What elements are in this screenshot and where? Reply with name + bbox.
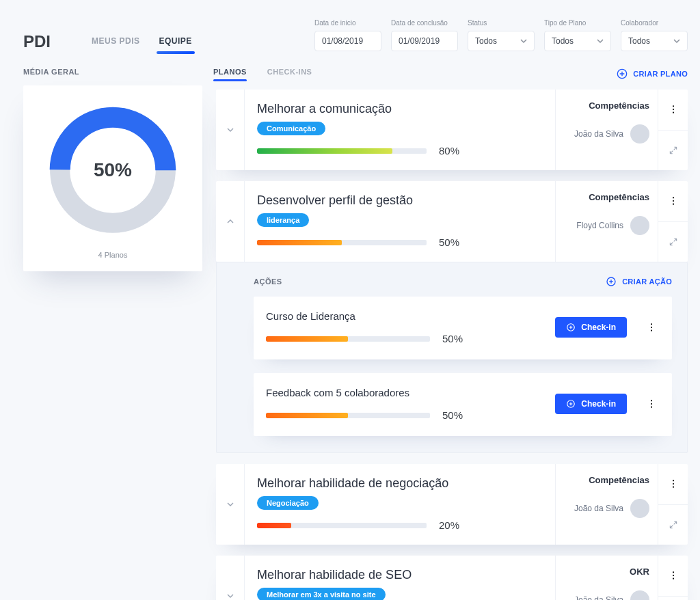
avatar: [630, 499, 649, 518]
tipo-select[interactable]: Todos: [544, 31, 611, 51]
more-button[interactable]: [658, 181, 688, 221]
donut-chart: 50%: [43, 100, 183, 240]
toggle-button[interactable]: [216, 464, 245, 545]
progress-fill: [266, 336, 348, 342]
plan-card: Melhorar a comunicação Comunicação 80% C…: [216, 90, 688, 170]
svg-point-7: [672, 200, 673, 202]
filter-start-date: Data de inicio 01/08/2019: [314, 19, 381, 51]
filter-end-date: Data de conclusão 01/09/2019: [391, 19, 458, 51]
more-button[interactable]: [643, 398, 660, 409]
create-action-label: CRIAR AÇÃO: [622, 277, 672, 286]
progress-bar: [257, 523, 427, 528]
tab-equipe[interactable]: EQUIPE: [159, 36, 192, 51]
plan-tag: Comunicação: [257, 122, 325, 135]
toggle-button[interactable]: [216, 181, 245, 262]
plan-title: Desenvolver perfil de gestão: [257, 193, 543, 208]
svg-point-8: [672, 204, 673, 205]
chevron-down-icon: [673, 38, 680, 44]
plus-circle-icon: [566, 323, 576, 332]
side-label: Competências: [589, 475, 649, 485]
create-action-button[interactable]: CRIAR AÇÃO: [606, 276, 672, 287]
svg-point-16: [651, 403, 652, 405]
svg-point-5: [672, 112, 673, 113]
progress-bar: [266, 413, 430, 418]
plan-title: Melhorar habilidade de SEO: [257, 568, 543, 582]
progress-pct: 20%: [439, 519, 459, 531]
filter-value: 01/08/2019: [322, 36, 363, 46]
actions-heading: AÇÕES: [254, 277, 282, 286]
filter-label: Colaborador: [621, 19, 688, 27]
toggle-button[interactable]: [216, 556, 245, 600]
create-plan-button[interactable]: CRIAR PLANO: [617, 68, 688, 79]
sidebar: MÉDIA GERAL 50% 4 Planos: [23, 68, 202, 600]
svg-point-21: [672, 572, 673, 573]
checkin-label: Check-in: [581, 399, 616, 409]
filter-label: Data de inicio: [314, 19, 381, 27]
progress-bar: [266, 336, 430, 342]
svg-point-11: [651, 323, 652, 325]
more-button[interactable]: [643, 322, 660, 333]
donut-subtext: 4 Planos: [38, 251, 187, 259]
checkin-button[interactable]: Check-in: [555, 317, 627, 338]
progress-pct: 50%: [439, 236, 459, 248]
average-card: 50% 4 Planos: [23, 85, 202, 271]
progress-fill: [257, 148, 392, 154]
expand-button[interactable]: [658, 221, 688, 262]
filter-value: Todos: [628, 36, 650, 46]
plan-tag: Negociação: [257, 496, 319, 510]
actions-panel: AÇÕES CRIAR AÇÃO Curso de Liderança 50%: [216, 262, 688, 453]
filter-label: Tipo de Plano: [544, 19, 611, 27]
user-name: Floyd Collins: [576, 221, 623, 230]
filters: Data de inicio 01/08/2019 Data de conclu…: [314, 19, 688, 51]
progress-fill: [257, 523, 291, 528]
side-label: Competências: [589, 100, 649, 111]
filter-status: Status Todos: [468, 19, 535, 51]
sub-tabs: PLANOS CHECK-INS CRIAR PLANO: [213, 68, 688, 80]
plan-tag: Melhorar em 3x a visita no site: [257, 588, 386, 600]
filter-label: Status: [468, 19, 535, 27]
colaborador-select[interactable]: Todos: [621, 31, 688, 51]
plan-card: Melhorar habilidade de negociação Negoci…: [216, 464, 688, 545]
progress-bar: [257, 240, 427, 245]
expand-button[interactable]: [658, 596, 688, 601]
svg-point-20: [672, 487, 673, 488]
end-date-input[interactable]: 01/09/2019: [391, 31, 458, 51]
expand-button[interactable]: [658, 504, 688, 545]
subtab-checkins[interactable]: CHECK-INS: [267, 68, 312, 80]
progress-fill: [266, 413, 348, 418]
more-button[interactable]: [658, 90, 688, 130]
plus-circle-icon: [617, 68, 628, 79]
side-label: Competências: [589, 192, 649, 202]
start-date-input[interactable]: 01/08/2019: [314, 31, 381, 51]
progress-pct: 80%: [439, 145, 459, 156]
tab-meus-pdis[interactable]: MEUS PDIS: [92, 36, 140, 51]
toggle-button[interactable]: [216, 90, 245, 170]
action-card: Curso de Liderança 50% Check-in: [254, 297, 672, 359]
user-row: João da Silva: [574, 124, 649, 144]
svg-point-15: [651, 400, 652, 401]
progress-pct: 50%: [442, 333, 463, 344]
progress-fill: [257, 240, 342, 245]
svg-point-23: [672, 578, 673, 579]
more-button[interactable]: [658, 556, 688, 596]
action-title: Feedback com 5 colaboradores: [266, 387, 539, 398]
chevron-down-icon: [520, 38, 527, 44]
filter-label: Data de conclusão: [391, 19, 458, 27]
expand-button[interactable]: [658, 130, 688, 171]
subtab-planos[interactable]: PLANOS: [213, 68, 247, 80]
action-title: Curso de Liderança: [266, 310, 539, 322]
status-select[interactable]: Todos: [468, 31, 535, 51]
user-name: João da Silva: [574, 595, 623, 600]
main-panel: PLANOS CHECK-INS CRIAR PLANO Melhorar a …: [216, 68, 688, 600]
checkin-button[interactable]: Check-in: [555, 394, 627, 414]
svg-point-4: [672, 109, 673, 110]
progress-pct: 50%: [442, 409, 463, 421]
svg-point-22: [672, 575, 673, 576]
avatar: [630, 590, 649, 600]
filter-value: Todos: [475, 36, 497, 46]
filter-value: Todos: [552, 36, 574, 46]
plan-tag: liderança: [257, 213, 309, 227]
user-name: João da Silva: [574, 504, 623, 513]
more-button[interactable]: [658, 464, 688, 504]
user-row: João da Silva: [574, 499, 649, 518]
